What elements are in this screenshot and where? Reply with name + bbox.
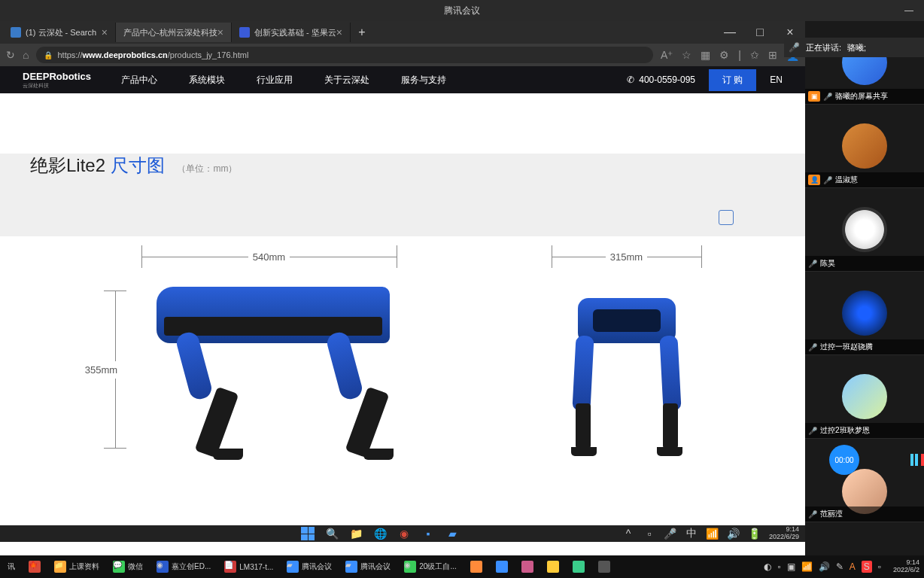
battery-icon[interactable]: 🔋 bbox=[748, 527, 761, 540]
app-icon[interactable]: ▪ bbox=[421, 527, 435, 540]
browser-minimize[interactable]: — bbox=[715, 21, 745, 44]
participant-tile[interactable]: 🎤 过控2班耿梦恩 bbox=[805, 355, 924, 439]
taskbar-item[interactable]: ▰腾讯会议 bbox=[342, 559, 394, 574]
expand-image-icon[interactable] bbox=[719, 210, 734, 225]
nav-industry[interactable]: 行业应用 bbox=[257, 74, 293, 87]
close-tab-icon[interactable]: × bbox=[102, 26, 108, 38]
taskbar-app-icon[interactable] bbox=[595, 559, 613, 574]
phone-number: ✆ 400-0559-095 bbox=[627, 75, 695, 85]
tray-icon[interactable]: A bbox=[850, 561, 856, 572]
dimension-height: 355mm bbox=[104, 291, 126, 449]
close-tab-icon[interactable]: × bbox=[336, 26, 342, 38]
favorite-icon[interactable]: ☆ bbox=[682, 49, 691, 61]
section-title: 绝影Lite2 尺寸图 （单位：mm） bbox=[30, 154, 775, 178]
avatar bbox=[842, 207, 887, 252]
participants-panel: ▣ 🎤 骆曦的屏幕共享 👤 🎤 温淑慧 🎤 陈昊 🎤 过控一 bbox=[805, 21, 924, 555]
meeting-title: 腾讯会议 bbox=[444, 5, 480, 17]
meeting-icon[interactable]: ▰ bbox=[445, 527, 459, 540]
taskbar-app-icon[interactable] bbox=[544, 559, 562, 574]
nav-modules[interactable]: 系统模块 bbox=[189, 74, 225, 87]
dimension-width: 315mm bbox=[552, 245, 702, 268]
phone-icon: ✆ bbox=[627, 75, 634, 85]
clock[interactable]: 9:14 2022/6/2 bbox=[893, 559, 919, 574]
minimize-button[interactable]: — bbox=[894, 0, 924, 21]
start-button[interactable] bbox=[301, 527, 315, 540]
meeting-title-bar: 腾讯会议 — bbox=[0, 0, 924, 21]
url-input[interactable]: 🔒 https://www.deeprobotics.cn/products_j… bbox=[36, 47, 653, 63]
participant-tile[interactable]: 👤 🎤 温淑慧 bbox=[805, 105, 924, 188]
page-content: DEEPRobotics 云深处科技 产品中心 系统模块 行业应用 关于云深处 … bbox=[0, 66, 805, 555]
taskbar-app-icon[interactable] bbox=[493, 559, 511, 574]
edge-icon[interactable]: 🌐 bbox=[373, 527, 387, 540]
collections-icon[interactable]: ⊞ bbox=[768, 49, 777, 61]
tray-up-icon[interactable]: ^ bbox=[622, 527, 635, 540]
participant-tile[interactable]: 🎤 陈昊 bbox=[805, 188, 924, 272]
taskbar-app-icon[interactable] bbox=[570, 559, 588, 574]
pause-icon[interactable] bbox=[910, 454, 918, 466]
browser-tab-1[interactable]: (1) 云深处 - Search × bbox=[3, 23, 116, 42]
dimension-length: 540mm bbox=[141, 245, 397, 268]
timer-badge: 00:00 bbox=[829, 445, 859, 475]
volume-icon[interactable]: 🔊 bbox=[819, 561, 830, 572]
mic-muted-icon: 🎤 bbox=[808, 260, 817, 268]
participant-tile[interactable]: 🎤 过控一班赵骁腾 bbox=[805, 272, 924, 355]
taskbar-item[interactable]: ◉嘉立创ED... bbox=[153, 559, 214, 574]
mic-tray-icon[interactable]: 🎤 bbox=[664, 527, 677, 540]
taskbar-app-icon[interactable] bbox=[518, 559, 536, 574]
avatar bbox=[842, 291, 887, 336]
read-aloud-icon[interactable]: A⁺ bbox=[661, 49, 673, 61]
tray-icon[interactable]: ▫ bbox=[777, 561, 780, 572]
browser-maximize[interactable]: □ bbox=[745, 21, 775, 44]
nav-support[interactable]: 服务与支持 bbox=[401, 74, 446, 87]
wifi-icon[interactable]: 📶 bbox=[706, 527, 719, 540]
tray-icon[interactable]: ◐ bbox=[764, 561, 771, 572]
taskbar-item[interactable]: 📄LM317-t... bbox=[221, 559, 276, 574]
nav-about[interactable]: 关于云深处 bbox=[324, 74, 369, 87]
favorites-bar-icon[interactable]: ✩ bbox=[750, 49, 759, 61]
browser-tab-strip: (1) 云深处 - Search × 产品中心-杭州云深处科技 × 创新实践基础… bbox=[0, 21, 805, 44]
taskbar-item[interactable]: ◉20级工自... bbox=[401, 559, 459, 574]
nav-products[interactable]: 产品中心 bbox=[121, 74, 157, 87]
tray-icon[interactable]: ▫ bbox=[878, 561, 881, 572]
tray-icon[interactable]: ▣ bbox=[787, 561, 795, 572]
taskbar-item[interactable]: ▰腾讯会议 bbox=[284, 559, 335, 574]
refresh-button[interactable]: ↻ bbox=[6, 49, 15, 61]
speaking-indicator: 🎤 正在讲话: 骆曦; bbox=[784, 38, 924, 57]
search-icon[interactable]: 🔍 bbox=[325, 527, 339, 540]
explorer-icon[interactable]: 📁 bbox=[349, 527, 363, 540]
mic-muted-icon: 🎤 bbox=[823, 176, 832, 184]
shared-browser-window: (1) 云深处 - Search × 产品中心-杭州云深处科技 × 创新实践基础… bbox=[0, 21, 805, 555]
settings-icon[interactable]: ⚙ bbox=[719, 49, 729, 61]
site-logo[interactable]: DEEPRobotics 云深处科技 bbox=[23, 71, 91, 90]
extension-icon[interactable]: ▦ bbox=[701, 49, 710, 61]
browser-tab-2[interactable]: 产品中心-杭州云深处科技 × bbox=[116, 23, 232, 42]
robot-front-view: 315mm bbox=[544, 245, 710, 471]
app-icon[interactable]: ◉ bbox=[397, 527, 411, 540]
inner-taskbar: 🔍 📁 🌐 ◉ ▪ ▰ ^ ▫ 🎤 中 📶 🔊 🔋 9:14 2022/6/29 bbox=[0, 525, 805, 542]
participant-tile[interactable]: ▣ 🎤 骆曦的屏幕共享 bbox=[805, 21, 924, 105]
taskbar-item[interactable]: 📁上课资料 bbox=[51, 559, 102, 574]
outer-taskbar: 讯 🍁 📁上课资料 💬微信 ◉嘉立创ED... 📄LM317-t... ▰腾讯会… bbox=[0, 555, 924, 578]
language-toggle[interactable]: EN bbox=[770, 75, 783, 85]
tray-icon[interactable]: ✎ bbox=[836, 561, 843, 572]
clock[interactable]: 9:14 2022/6/29 bbox=[769, 526, 799, 541]
tray-icon[interactable]: 📶 bbox=[801, 561, 813, 572]
mic-muted-icon: 🎤 bbox=[808, 427, 817, 435]
favicon-icon bbox=[239, 27, 250, 38]
order-button[interactable]: 订 购 bbox=[709, 69, 756, 91]
ime-icon[interactable]: S bbox=[862, 561, 872, 573]
taskbar-app-icon[interactable] bbox=[467, 559, 485, 574]
participant-tile[interactable]: 00:00 🎤 范丽滢 bbox=[805, 439, 924, 522]
new-tab-button[interactable]: + bbox=[351, 26, 373, 39]
record-icon bbox=[921, 454, 924, 466]
ime-icon[interactable]: 中 bbox=[685, 527, 698, 540]
close-tab-icon[interactable]: × bbox=[217, 26, 223, 38]
tray-icon[interactable]: ▫ bbox=[643, 527, 656, 540]
mic-muted-icon: 🎤 bbox=[808, 510, 817, 519]
home-button[interactable]: ⌂ bbox=[23, 49, 29, 61]
taskbar-item[interactable]: 讯 bbox=[5, 560, 18, 573]
taskbar-item[interactable]: 💬微信 bbox=[110, 559, 146, 574]
taskbar-item[interactable]: 🍁 bbox=[26, 559, 44, 574]
browser-tab-3[interactable]: 创新实践基础 - 坚果云 × bbox=[232, 23, 351, 42]
volume-icon[interactable]: 🔊 bbox=[727, 527, 740, 540]
